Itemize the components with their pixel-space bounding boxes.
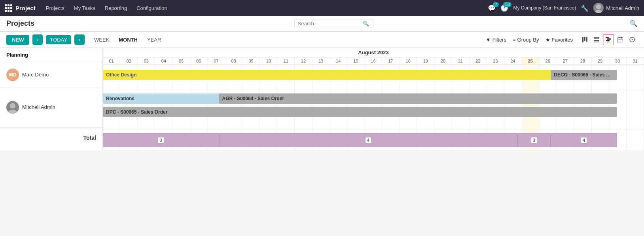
view-activity-button[interactable] <box>627 34 638 45</box>
person-row-marc: MD Marc Demo <box>0 62 102 88</box>
total-label: Total <box>83 135 96 141</box>
day-label-26: 26 <box>539 57 557 65</box>
planning-header: Planning <box>0 48 102 62</box>
view-kanban-button[interactable] <box>579 34 590 45</box>
view-calendar-button[interactable] <box>615 34 626 45</box>
day-label-03: 03 <box>138 57 155 65</box>
day-label-31: 31 <box>627 57 644 65</box>
day-label-13: 13 <box>313 57 330 65</box>
day-label-02: 02 <box>120 57 138 65</box>
chat-icon-wrapper[interactable]: 💬 7 <box>488 4 496 12</box>
user-avatar <box>593 3 604 13</box>
day-label-28: 28 <box>574 57 591 65</box>
name-mitchell: Mitchell Admin <box>22 104 55 110</box>
search-input[interactable] <box>298 21 361 27</box>
gantt-row-marc: Office DesignDECO - S00066 - Sales ... <box>103 65 644 90</box>
chat-badge: 7 <box>493 2 499 7</box>
svg-point-0 <box>596 4 601 9</box>
user-menu[interactable]: Mitchell Admin <box>593 3 639 13</box>
day-label-09: 09 <box>242 57 260 65</box>
activity-icon-wrapper[interactable]: 🕐 38 <box>500 4 508 12</box>
next-button[interactable]: › <box>74 34 85 45</box>
total-value-2: 3 <box>531 137 537 143</box>
gantt-bar-3[interactable]: DPC - S00065 - Sales Order <box>103 107 617 117</box>
favorites-label: Favorites <box>552 37 573 43</box>
gantt-row-mitchell: RenovationsDPC - S00065 - Sales OrderAGR… <box>103 90 644 130</box>
tab-year[interactable]: YEAR <box>142 35 166 44</box>
star-icon: ★ <box>546 37 550 43</box>
groupby-button[interactable]: ≡ Group By <box>513 37 539 43</box>
svg-point-18 <box>632 39 633 40</box>
groupby-label: Group By <box>517 37 539 43</box>
gantt-row-total: 3434 <box>103 130 644 150</box>
day-label-22: 22 <box>470 57 487 65</box>
nav-reporting[interactable]: Reporting <box>101 4 131 13</box>
grid-icon <box>5 4 12 12</box>
prev-button[interactable]: ‹ <box>32 34 43 45</box>
day-label-20: 20 <box>434 57 452 65</box>
wrench-icon: 🔧 <box>581 4 589 12</box>
groupby-icon: ≡ <box>513 37 516 43</box>
day-label-19: 19 <box>417 57 434 65</box>
total-value-0: 3 <box>158 137 164 143</box>
search-icon-right[interactable]: 🔍 <box>630 20 638 27</box>
period-tabs: WEEK MONTH YEAR <box>89 35 166 44</box>
nav-projects[interactable]: Projects <box>42 4 68 13</box>
planning-label: Planning <box>6 52 28 58</box>
svg-rect-7 <box>594 40 599 41</box>
total-value-3: 4 <box>581 137 587 143</box>
name-marc: Marc Demo <box>22 72 49 78</box>
day-label-16: 16 <box>365 57 382 65</box>
filter-bar: ▼ Filters ≡ Group By ★ Favorites <box>486 37 573 43</box>
svg-rect-2 <box>582 37 583 42</box>
svg-rect-3 <box>584 37 585 41</box>
activity-badge: 38 <box>503 2 511 7</box>
subheader: Projects 🔍 🔍 <box>0 16 644 32</box>
day-label-05: 05 <box>173 57 190 65</box>
user-name: Mitchell Admin <box>606 5 639 11</box>
day-label-04: 04 <box>155 57 172 65</box>
svg-rect-6 <box>594 38 599 39</box>
app-title: Project <box>15 5 36 11</box>
tab-week[interactable]: WEEK <box>89 35 114 44</box>
view-list-button[interactable] <box>591 34 602 45</box>
search-box[interactable]: 🔍 <box>294 19 373 28</box>
left-panel: Planning MD Marc Demo Mitchell Admin Tot… <box>0 48 103 150</box>
svg-rect-8 <box>594 42 599 42</box>
day-label-17: 17 <box>382 57 400 65</box>
new-button[interactable]: NEW <box>6 35 29 45</box>
nav-configuration[interactable]: Configuration <box>133 4 171 13</box>
filters-button[interactable]: ▼ Filters <box>486 37 506 43</box>
app-logo[interactable]: Project <box>5 4 36 12</box>
total-row-left: Total <box>0 127 102 148</box>
gantt-bar-4[interactable]: AGR - S00064 - Sales Order <box>219 93 617 104</box>
top-nav-right: 💬 7 🕐 38 My Company (San Francisco) 🔧 Mi… <box>488 3 639 13</box>
svg-rect-9 <box>606 37 609 38</box>
day-labels: 0102030405060708091011121314151617181920… <box>103 57 644 65</box>
day-label-07: 07 <box>208 57 225 65</box>
svg-rect-11 <box>606 40 610 41</box>
top-nav-menu: Projects My Tasks Reporting Configuratio… <box>42 4 482 13</box>
toolbar: NEW ‹ TODAY › WEEK MONTH YEAR ▼ Filters … <box>0 32 644 48</box>
filters-label: Filters <box>492 37 506 43</box>
day-label-23: 23 <box>487 57 504 65</box>
view-gantt-button[interactable] <box>603 34 614 45</box>
gantt-bar-0[interactable]: Office Design <box>103 70 617 80</box>
total-bar-1: 4 <box>219 133 518 147</box>
day-label-14: 14 <box>330 57 347 65</box>
tab-month[interactable]: MONTH <box>114 35 142 44</box>
gantt-bar-1[interactable]: DECO - S00066 - Sales ... <box>551 70 617 80</box>
view-icons <box>579 34 638 45</box>
day-label-21: 21 <box>452 57 470 65</box>
person-row-mitchell: Mitchell Admin <box>0 88 102 127</box>
total-bar-2: 3 <box>517 133 551 147</box>
company-name: My Company (San Francisco) <box>513 5 576 11</box>
avatar-mitchell <box>6 101 19 114</box>
today-button[interactable]: TODAY <box>46 35 71 44</box>
nav-my-tasks[interactable]: My Tasks <box>70 4 99 13</box>
day-label-18: 18 <box>400 57 417 65</box>
month-label: August 2023 <box>103 48 644 57</box>
favorites-button[interactable]: ★ Favorites <box>546 37 573 43</box>
day-label-30: 30 <box>609 57 627 65</box>
day-label-11: 11 <box>277 57 295 65</box>
